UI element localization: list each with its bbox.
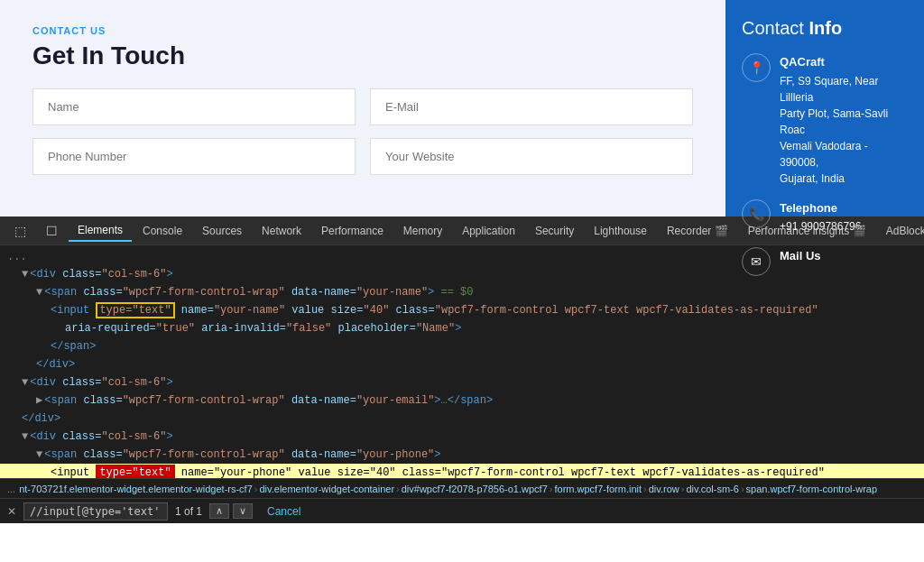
phone-input[interactable] xyxy=(32,138,356,175)
code-line: ▼<div class="col-sm-6"> xyxy=(0,428,924,446)
tab-inspect-icon[interactable]: ☐ xyxy=(37,220,67,242)
tab-security[interactable]: Security xyxy=(526,221,583,241)
location-icon: 📍 xyxy=(742,53,771,82)
code-line-highlighted: <input type="text" name="your-phone" val… xyxy=(0,464,924,478)
search-cancel-button[interactable]: Cancel xyxy=(267,505,300,518)
search-next-button[interactable]: ∨ xyxy=(233,503,253,519)
code-line: <input type="text" name="your-name" valu… xyxy=(0,301,924,319)
breadcrumb-item[interactable]: form.wpcf7-form.init xyxy=(554,484,642,494)
breadcrumb-item[interactable]: div.col-sm-6 xyxy=(686,484,738,494)
triangle-icon[interactable]: ▼ xyxy=(22,428,28,445)
triangle-icon[interactable]: ▼ xyxy=(22,374,28,391)
address-item: 📍 QACraft FF, S9 Square, Near Lillleria … xyxy=(742,53,908,187)
breadcrumb-item[interactable]: div.row xyxy=(649,484,679,494)
code-line: ▼<div class="col-sm-6"> xyxy=(0,373,924,392)
search-bar: ✕ 1 of 1 ∧ ∨ Cancel xyxy=(0,498,924,523)
tab-cursor-icon[interactable]: ⬚ xyxy=(5,220,35,242)
contact-title: Get In Touch xyxy=(32,41,693,70)
website-input[interactable] xyxy=(370,138,693,175)
contact-info-title: Contact Info xyxy=(742,18,908,39)
tab-application[interactable]: Application xyxy=(453,221,524,241)
contact-form-section: CONTACT US Get In Touch xyxy=(0,0,725,217)
triangle-icon[interactable]: ▼ xyxy=(22,266,28,282)
code-line: </span> xyxy=(0,337,924,355)
email-input[interactable] xyxy=(370,88,693,125)
code-line: ▼<span class="wpcf7-form-control-wrap" d… xyxy=(0,446,924,464)
address-text: QACraft FF, S9 Square, Near Lillleria Pa… xyxy=(780,53,908,187)
tab-performance[interactable]: Performance xyxy=(312,221,393,241)
breadcrumb-item[interactable]: nt-703721f.elementor-widget.elementor-wi… xyxy=(19,484,253,494)
breadcrumb-item[interactable]: div.elementor-widget-container xyxy=(259,484,394,494)
mail-item: ✉ Mail Us xyxy=(742,247,908,276)
form-row-1 xyxy=(32,88,693,125)
triangle-icon[interactable]: ▼ xyxy=(36,284,42,300)
contact-label: CONTACT US xyxy=(32,25,693,36)
form-row-2 xyxy=(32,138,693,175)
code-line: ▼<span class="wpcf7-form-control-wrap" d… xyxy=(0,283,924,301)
breadcrumb-item[interactable]: span.wpcf7-form-control-wrap xyxy=(746,484,878,494)
code-line: aria-required="true" aria-invalid="false… xyxy=(0,319,924,337)
tab-memory[interactable]: Memory xyxy=(394,221,451,241)
search-input[interactable] xyxy=(23,502,168,521)
code-line: </div> xyxy=(0,355,924,373)
breadcrumb-item[interactable]: div#wpcf7-f2078-p7856-o1.wpcf7 xyxy=(402,484,548,494)
mail-icon: ✉ xyxy=(742,247,771,276)
devtools-tabs: ⬚ ☐ Elements Console Sources Network Per… xyxy=(0,217,924,245)
triangle-icon[interactable]: ▶ xyxy=(36,392,42,409)
tab-network[interactable]: Network xyxy=(253,221,310,241)
tab-sources[interactable]: Sources xyxy=(193,221,251,241)
breadcrumb-bar: ... nt-703721f.elementor-widget.elemento… xyxy=(0,478,924,498)
tab-lighthouse[interactable]: Lighthouse xyxy=(585,221,656,241)
search-navigation: ∧ ∨ xyxy=(209,503,253,519)
tab-recorder[interactable]: Recorder 🎬 xyxy=(658,221,737,241)
contact-info-panel: Contact Info 📍 QACraft FF, S9 Square, Ne… xyxy=(725,0,924,217)
tab-elements[interactable]: Elements xyxy=(69,220,132,242)
tab-console[interactable]: Console xyxy=(134,221,191,241)
code-line: ▶<span class="wpcf7-form-control-wrap" d… xyxy=(0,392,924,410)
preview-area: CONTACT US Get In Touch Contact Info 📍 Q… xyxy=(0,0,924,217)
code-panel: ... ▼<div class="col-sm-6"> ▼<span class… xyxy=(0,245,924,478)
search-count: 1 of 1 xyxy=(175,505,202,518)
tab-performance-insights[interactable]: Performance insights 🎬 xyxy=(739,221,875,241)
tab-adblock[interactable]: AdBlock xyxy=(877,221,924,241)
triangle-icon[interactable]: ▼ xyxy=(36,447,42,463)
search-clear-icon[interactable]: ✕ xyxy=(7,505,16,518)
mail-text: Mail Us xyxy=(780,247,821,267)
breadcrumb-dots: ... xyxy=(7,484,15,494)
name-input[interactable] xyxy=(32,88,356,125)
search-prev-button[interactable]: ∧ xyxy=(209,503,229,519)
code-line: </div> xyxy=(0,410,924,428)
